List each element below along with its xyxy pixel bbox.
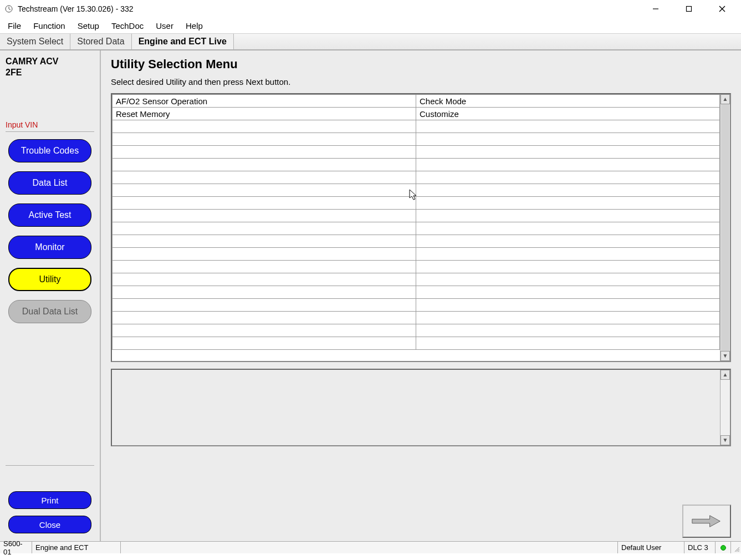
utility-cell-right[interactable]: [416, 261, 720, 273]
table-row[interactable]: [113, 184, 720, 197]
menu-help[interactable]: Help: [186, 21, 203, 30]
main-content: Utility Selection Menu Select desired Ut…: [101, 50, 741, 541]
utility-cell-right[interactable]: [416, 197, 720, 210]
utility-cell-left[interactable]: [113, 222, 416, 235]
active-test-button[interactable]: Active Test: [8, 203, 91, 227]
utility-table[interactable]: AF/O2 Sensor OperationCheck ModeReset Me…: [112, 94, 720, 350]
utility-cell-left[interactable]: [113, 273, 416, 286]
table-row[interactable]: [113, 171, 720, 184]
next-button[interactable]: [682, 505, 731, 538]
table-row[interactable]: [113, 210, 720, 222]
utility-cell-right[interactable]: Check Mode: [416, 95, 720, 108]
table-row[interactable]: Reset MemoryCustomize: [113, 108, 720, 120]
description-box: ▲ ▼: [111, 369, 731, 446]
utility-cell-right[interactable]: [416, 184, 720, 197]
led-icon: [720, 545, 726, 551]
utility-cell-left[interactable]: AF/O2 Sensor Operation: [113, 95, 416, 108]
utility-cell-left[interactable]: [113, 210, 416, 222]
data-list-button[interactable]: Data List: [8, 171, 91, 195]
utility-cell-right[interactable]: [416, 235, 720, 248]
menu-user[interactable]: User: [156, 21, 173, 30]
close-button[interactable]: Close: [8, 516, 91, 533]
utility-cell-left[interactable]: [113, 171, 416, 184]
menu-techdoc[interactable]: TechDoc: [111, 21, 144, 30]
utility-cell-left[interactable]: [113, 133, 416, 146]
table-row[interactable]: [113, 312, 720, 324]
menu-setup[interactable]: Setup: [78, 21, 99, 30]
status-blank: [121, 542, 618, 553]
utility-cell-right[interactable]: [416, 120, 720, 133]
trouble-codes-button[interactable]: Trouble Codes: [8, 139, 91, 162]
table-row[interactable]: [113, 261, 720, 273]
desc-scroll-down-icon[interactable]: ▼: [720, 435, 730, 445]
menu-function[interactable]: Function: [33, 21, 65, 30]
table-row[interactable]: [113, 248, 720, 261]
table-row[interactable]: [113, 146, 720, 159]
utility-button[interactable]: Utility: [8, 268, 91, 291]
tab-stored-data[interactable]: Stored Data: [70, 34, 131, 49]
table-row[interactable]: [113, 299, 720, 312]
table-row[interactable]: [113, 222, 720, 235]
maximize-button[interactable]: [678, 1, 700, 17]
utility-cell-left[interactable]: [113, 159, 416, 171]
table-row[interactable]: [113, 159, 720, 171]
scroll-down-icon[interactable]: ▼: [720, 351, 730, 361]
close-window-button[interactable]: [711, 1, 733, 17]
utility-cell-left[interactable]: [113, 248, 416, 261]
monitor-button[interactable]: Monitor: [8, 236, 91, 259]
utility-cell-right[interactable]: [416, 159, 720, 171]
utility-cell-right[interactable]: [416, 299, 720, 312]
utility-cell-left[interactable]: [113, 286, 416, 299]
desc-scroll-up-icon[interactable]: ▲: [720, 370, 730, 380]
table-row[interactable]: [113, 133, 720, 146]
utility-cell-left[interactable]: [113, 184, 416, 197]
utility-cell-right[interactable]: [416, 133, 720, 146]
grid-scrollbar[interactable]: ▲ ▼: [720, 94, 730, 361]
minimize-button[interactable]: [645, 1, 667, 17]
status-system: Engine and ECT: [32, 542, 121, 553]
utility-cell-right[interactable]: [416, 210, 720, 222]
utility-cell-left[interactable]: [113, 235, 416, 248]
table-row[interactable]: [113, 286, 720, 299]
utility-cell-right[interactable]: [416, 222, 720, 235]
utility-cell-right[interactable]: [416, 286, 720, 299]
input-vin-link[interactable]: Input VIN: [6, 120, 94, 132]
status-led: [716, 542, 731, 553]
utility-cell-left[interactable]: [113, 299, 416, 312]
table-row[interactable]: AF/O2 Sensor OperationCheck Mode: [113, 95, 720, 108]
utility-cell-right[interactable]: Customize: [416, 108, 720, 120]
table-row[interactable]: [113, 337, 720, 350]
utility-cell-left[interactable]: [113, 197, 416, 210]
utility-cell-left[interactable]: [113, 312, 416, 324]
utility-cell-right[interactable]: [416, 248, 720, 261]
utility-cell-right[interactable]: [416, 324, 720, 337]
utility-cell-left[interactable]: [113, 146, 416, 159]
scroll-up-icon[interactable]: ▲: [720, 94, 730, 104]
table-row[interactable]: [113, 120, 720, 133]
utility-cell-left[interactable]: [113, 261, 416, 273]
print-button[interactable]: Print: [8, 491, 91, 509]
menu-file[interactable]: File: [8, 21, 21, 30]
table-row[interactable]: [113, 273, 720, 286]
status-user: Default User: [618, 542, 684, 553]
utility-cell-right[interactable]: [416, 171, 720, 184]
resize-grip-icon[interactable]: [731, 542, 741, 553]
utility-cell-right[interactable]: [416, 146, 720, 159]
utility-cell-left[interactable]: [113, 324, 416, 337]
utility-cell-right[interactable]: [416, 273, 720, 286]
scrollbar-thumb[interactable]: [721, 104, 729, 351]
table-row[interactable]: [113, 324, 720, 337]
utility-cell-left[interactable]: [113, 120, 416, 133]
utility-grid: AF/O2 Sensor OperationCheck ModeReset Me…: [111, 93, 731, 362]
tab-system-select[interactable]: System Select: [0, 34, 70, 49]
utility-cell-left[interactable]: Reset Memory: [113, 108, 416, 120]
table-row[interactable]: [113, 197, 720, 210]
utility-cell-right[interactable]: [416, 337, 720, 350]
tab-engine-ect-live[interactable]: Engine and ECT Live: [132, 34, 234, 49]
table-row[interactable]: [113, 235, 720, 248]
svg-line-7: [738, 551, 739, 552]
vehicle-line2: 2FE: [6, 68, 22, 77]
utility-cell-right[interactable]: [416, 312, 720, 324]
utility-cell-left[interactable]: [113, 337, 416, 350]
description-scrollbar[interactable]: ▲ ▼: [720, 370, 730, 445]
